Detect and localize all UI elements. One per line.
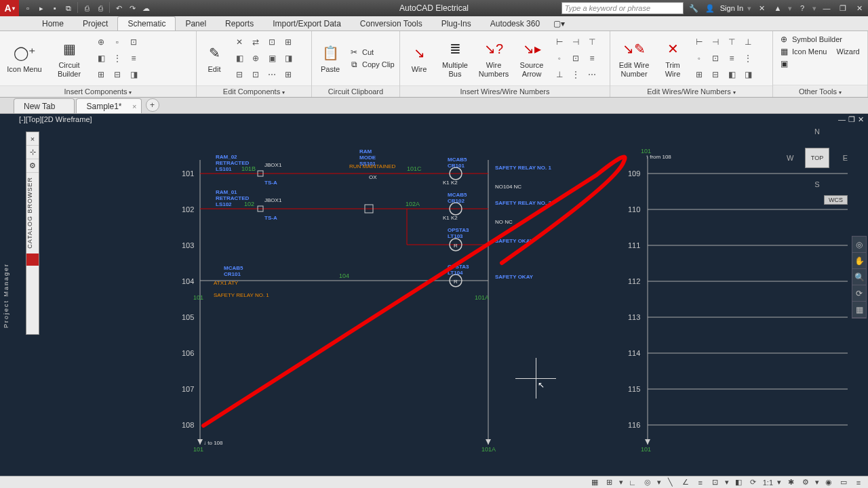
edit-wire-btn[interactable]: ⊢	[692, 35, 707, 49]
qat-undo-icon[interactable]: ↶	[113, 2, 125, 14]
edit-comp-btn[interactable]: ⊟	[232, 67, 247, 82]
window-restore-icon[interactable]: ❐	[837, 2, 849, 14]
qat-save-icon[interactable]: ▪	[49, 2, 61, 14]
wizard-button[interactable]: Wizard	[837, 47, 860, 56]
user-icon[interactable]: 👤	[704, 2, 716, 14]
project-manager-tab[interactable]: Project Manager	[3, 263, 14, 328]
osnap-icon[interactable]: ╲	[665, 478, 676, 487]
drawing-canvas[interactable]: [-][Top][2D Wireframe] — ❐ ✕ Project Man…	[0, 114, 868, 476]
exchange-icon[interactable]: ✕	[755, 2, 768, 14]
edit-wire-btn[interactable]: ◨	[741, 67, 755, 82]
edit-wire-btn[interactable]: ⊣	[708, 35, 723, 49]
edit-wire-btn[interactable]: ≡	[724, 51, 739, 66]
clean-screen-icon[interactable]: ▭	[838, 478, 849, 487]
copy-button[interactable]: ⧉Copy Clip	[349, 59, 395, 70]
annotation-icon[interactable]: ✱	[785, 478, 796, 487]
grid-icon[interactable]: ⊞	[604, 478, 615, 487]
wire-numbers-button[interactable]: ↘?Wire Numbers	[476, 33, 511, 84]
qat-redo-icon[interactable]: ↷	[126, 2, 138, 14]
cycling-icon[interactable]: ⟳	[748, 478, 759, 487]
nav-showmotion-icon[interactable]: ▦	[852, 302, 866, 318]
edit-wire-btn[interactable]: ⊟	[708, 67, 723, 82]
tab-reports[interactable]: Reports	[216, 17, 263, 30]
icon-menu-button[interactable]: ◯⁺ Icon Menu	[4, 33, 45, 84]
wire-tool-btn[interactable]: ⊤	[585, 35, 599, 49]
help-icon[interactable]: ?	[796, 2, 808, 14]
edit-comp-btn[interactable]: ⊞	[281, 67, 296, 82]
edit-comp-btn[interactable]: ⇄	[248, 35, 263, 49]
search-icon[interactable]: 🔧	[688, 2, 700, 14]
panel-title[interactable]: Edit Components	[223, 87, 285, 96]
edit-button[interactable]: ✎ Edit	[201, 33, 228, 84]
window-minimize-icon[interactable]: —	[821, 2, 833, 14]
qat-plot-icon[interactable]: ⎙	[81, 2, 93, 14]
tab-plugins[interactable]: Plug-Ins	[432, 17, 481, 30]
symbol-builder-button[interactable]: ⊕Symbol Builder	[778, 34, 842, 45]
trim-wire-button[interactable]: ✕Trim Wire	[658, 33, 688, 84]
dynamic-input-icon[interactable]: ⊡	[710, 478, 721, 487]
nav-pan-icon[interactable]: ✋	[852, 253, 866, 269]
lineweight-icon[interactable]: ≡	[695, 478, 706, 487]
palette-close-icon[interactable]: ×	[26, 132, 39, 146]
qat-open-icon[interactable]: ▸	[35, 2, 47, 14]
panel-title[interactable]: Insert Components	[64, 87, 132, 96]
circuit-builder-button[interactable]: ▦ Circuit Builder	[49, 33, 90, 84]
ins-comp-btn[interactable]: ⊞	[94, 67, 108, 82]
source-arrow-button[interactable]: ↘▸Source Arrow	[515, 33, 548, 84]
palette-gear-icon[interactable]: ⚙	[26, 159, 39, 173]
wire-tool-btn[interactable]: ⋮	[568, 67, 583, 82]
qat-saveall-icon[interactable]: ⧉	[62, 2, 75, 14]
tab-import-export[interactable]: Import/Export Data	[263, 17, 351, 30]
doctab-new[interactable]: New Tab	[14, 98, 75, 113]
edit-comp-btn[interactable]: ⊡	[248, 67, 263, 82]
tab-panel[interactable]: Panel	[176, 17, 216, 30]
edit-wire-btn[interactable]: ◧	[724, 67, 739, 82]
edit-wire-btn[interactable]: ⋮	[741, 51, 755, 66]
edit-comp-btn[interactable]: ✕	[232, 35, 247, 49]
customize-icon[interactable]: ≡	[853, 478, 864, 487]
nav-wheel-icon[interactable]: ◎	[852, 237, 866, 253]
qat-new-icon[interactable]: ▫	[22, 2, 34, 14]
icon-menu-button[interactable]: ▦Icon Menu	[778, 46, 827, 57]
tab-home[interactable]: Home	[33, 17, 73, 30]
scale-label[interactable]: 1:1	[763, 479, 773, 487]
ins-comp-btn[interactable]: ⊟	[110, 67, 125, 82]
wire-tool-btn[interactable]: ≡	[585, 51, 599, 66]
nav-orbit-icon[interactable]: ⟳	[852, 285, 866, 302]
viewport-minimize-icon[interactable]: —	[838, 115, 846, 124]
tab-project[interactable]: Project	[73, 17, 117, 30]
wire-tool-btn[interactable]: ⋯	[585, 67, 599, 82]
palette-pin-icon[interactable]: ⊹	[26, 146, 39, 159]
workspace-icon[interactable]: ⚙	[800, 478, 811, 487]
ribbon-minimize-icon[interactable]: ▢▾	[549, 17, 569, 30]
multiple-bus-button[interactable]: ≣Multiple Bus	[438, 33, 472, 84]
doctab-sample1[interactable]: Sample1*×	[76, 98, 141, 113]
ins-comp-btn[interactable]: ⊡	[126, 35, 141, 49]
edit-comp-btn[interactable]: ◨	[281, 51, 296, 66]
tab-a360[interactable]: Autodesk 360	[481, 17, 549, 30]
edit-wire-btn[interactable]: ⊥	[741, 35, 755, 49]
cut-button[interactable]: ✂Cut	[349, 47, 395, 58]
edit-wire-btn[interactable]: ◦	[692, 51, 707, 66]
other-tool-button[interactable]: ▣	[778, 58, 789, 69]
otrack-icon[interactable]: ∠	[680, 478, 691, 487]
tab-conversion[interactable]: Conversion Tools	[351, 17, 432, 30]
app-logo[interactable]: A	[0, 0, 19, 16]
polar-icon[interactable]: ◎	[642, 478, 653, 487]
edit-comp-btn[interactable]: ⋯	[264, 67, 279, 82]
tab-schematic[interactable]: Schematic	[117, 16, 176, 30]
edit-wire-btn[interactable]: ⊡	[708, 51, 723, 66]
qat-plot2-icon[interactable]: ⎙	[94, 2, 106, 14]
ins-comp-btn[interactable]: ≡	[126, 51, 141, 66]
catalog-browser-palette[interactable]: × ⊹ ⚙ CATALOG BROWSER	[26, 131, 39, 335]
ins-comp-btn[interactable]: ▫	[110, 35, 125, 49]
panel-title[interactable]: Other Tools	[799, 87, 842, 96]
search-input[interactable]: Type a keyword or phrase	[561, 2, 684, 14]
edit-comp-btn[interactable]: ⊡	[264, 35, 279, 49]
model-space-icon[interactable]: ▦	[589, 478, 600, 487]
edit-comp-btn[interactable]: ⊕	[248, 51, 263, 66]
paste-button[interactable]: 📋 Paste	[316, 33, 344, 84]
edit-comp-btn[interactable]: ▣	[264, 51, 279, 66]
new-tab-button[interactable]: +	[146, 98, 159, 112]
wire-tool-btn[interactable]: ◦	[552, 51, 567, 66]
